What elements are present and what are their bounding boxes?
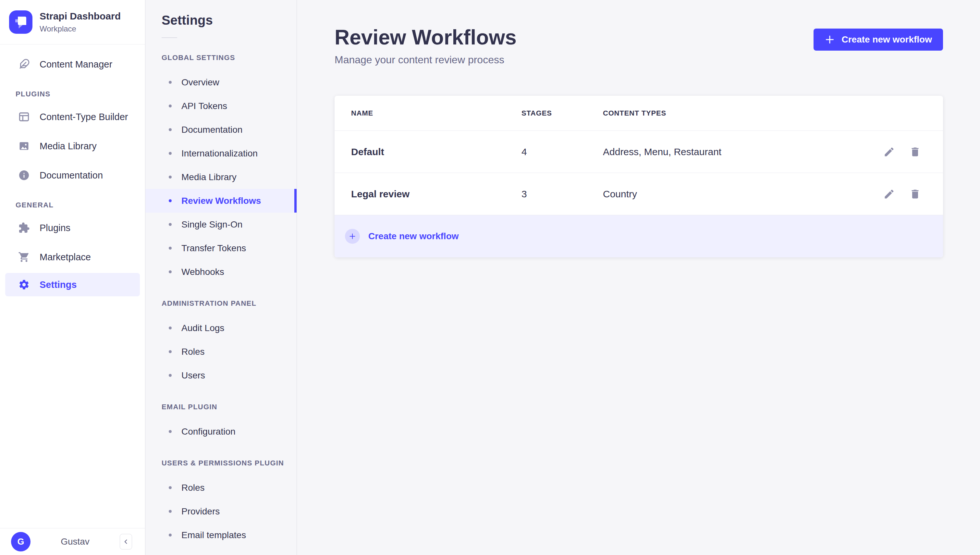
sidebar-item-media-library[interactable]: Media Library xyxy=(0,132,145,160)
sidebar-item-label: Settings xyxy=(40,279,77,290)
chevron-left-icon xyxy=(122,538,130,545)
sidebar-item-documentation[interactable]: Documentation xyxy=(0,160,145,190)
page-header: Review Workflows Manage your content rev… xyxy=(335,0,943,66)
table-row[interactable]: Default 4 Address, Menu, Restaurant xyxy=(335,131,943,173)
workspace-name: Workplace xyxy=(40,24,121,34)
sidebar-section-plugins: PLUGINS xyxy=(16,90,145,98)
subnav-group: Audit Logs Roles Users xyxy=(146,316,296,387)
create-workflow-button[interactable]: Create new workflow xyxy=(813,29,943,51)
pencil-icon xyxy=(883,188,895,200)
workflow-name: Default xyxy=(351,146,522,157)
main-content: Review Workflows Manage your content rev… xyxy=(297,0,980,555)
info-icon xyxy=(18,169,30,181)
subnav-group: Roles Providers Email templates Advanced… xyxy=(146,476,296,555)
subnav-item-overview[interactable]: Overview xyxy=(146,71,296,94)
sidebar-item-label: Documentation xyxy=(40,170,103,181)
subnav-item-users[interactable]: Users xyxy=(146,364,296,387)
subnav-item-documentation[interactable]: Documentation xyxy=(146,118,296,141)
sidebar-item-label: Plugins xyxy=(40,223,70,233)
subnav-title: Settings xyxy=(146,0,296,27)
subnav-item-webhooks[interactable]: Webhooks xyxy=(146,260,296,284)
sidebar-item-settings[interactable]: Settings xyxy=(5,273,140,296)
sidebar-item-label: Marketplace xyxy=(40,252,91,263)
workflow-stages: 4 xyxy=(522,146,603,157)
table-header-row: NAME STAGES CONTENT TYPES xyxy=(335,96,943,131)
subnav-item-advanced-settings[interactable]: Advanced settings xyxy=(146,547,296,555)
subnav-item-admin-roles[interactable]: Roles xyxy=(146,340,296,364)
subnav-item-transfer-tokens[interactable]: Transfer Tokens xyxy=(146,236,296,260)
workspace-text: Strapi Dashboard Workplace xyxy=(40,11,121,34)
sidebar-nav: Content Manager PLUGINS Content-Type Bui… xyxy=(0,45,145,298)
subnav-divider xyxy=(162,37,177,38)
page-subtitle: Manage your content review process xyxy=(335,54,517,66)
sidebar-section-general: GENERAL xyxy=(16,201,145,209)
gear-icon xyxy=(18,279,30,290)
subnav-section-users-permissions-plugin: USERS & PERMISSIONS PLUGIN xyxy=(162,459,296,467)
subnav-item-configuration[interactable]: Configuration xyxy=(146,420,296,443)
table-header-stages: STAGES xyxy=(522,109,603,117)
row-actions xyxy=(883,146,921,158)
workflow-content-types: Country xyxy=(603,189,883,200)
avatar[interactable]: G xyxy=(11,532,30,552)
sidebar: Strapi Dashboard Workplace Content Manag… xyxy=(0,0,146,555)
plus-icon xyxy=(825,34,835,45)
subnav-section-global-settings: GLOBAL SETTINGS xyxy=(162,53,296,62)
delete-button[interactable] xyxy=(909,146,921,158)
delete-button[interactable] xyxy=(909,188,921,200)
sidebar-item-content-manager[interactable]: Content Manager xyxy=(0,50,145,79)
trash-icon xyxy=(909,188,921,200)
table-row[interactable]: Legal review 3 Country xyxy=(335,173,943,215)
page-title: Review Workflows xyxy=(335,26,517,49)
subnav-item-up-roles[interactable]: Roles xyxy=(146,476,296,499)
workflow-content-types: Address, Menu, Restaurant xyxy=(603,146,883,157)
workflow-stages: 3 xyxy=(522,189,603,200)
subnav-section-administration-panel: ADMINISTRATION PANEL xyxy=(162,299,296,308)
table-header-name: NAME xyxy=(351,109,522,117)
sidebar-item-label: Media Library xyxy=(40,141,97,152)
layout-icon xyxy=(18,111,30,123)
subnav-item-providers[interactable]: Providers xyxy=(146,499,296,523)
page-header-text: Review Workflows Manage your content rev… xyxy=(335,26,517,66)
sidebar-item-plugins[interactable]: Plugins xyxy=(0,213,145,242)
feather-pen-icon xyxy=(18,58,30,70)
row-actions xyxy=(883,188,921,200)
strapi-logo-icon xyxy=(9,10,32,34)
cart-icon xyxy=(18,251,30,263)
subnav-item-api-tokens[interactable]: API Tokens xyxy=(146,94,296,118)
edit-button[interactable] xyxy=(883,146,895,158)
settings-subnav: Settings GLOBAL SETTINGS Overview API To… xyxy=(146,0,297,555)
subnav-item-media-library[interactable]: Media Library xyxy=(146,165,296,189)
subnav-group: Configuration xyxy=(146,420,296,443)
trash-icon xyxy=(909,146,921,158)
sidebar-footer: G Gustav xyxy=(0,528,145,555)
table-header-content-types: CONTENT TYPES xyxy=(603,109,883,117)
workflow-name: Legal review xyxy=(351,189,522,200)
plus-circle-icon xyxy=(345,229,360,244)
sidebar-item-label: Content Manager xyxy=(40,59,112,70)
collapse-sidebar-button[interactable] xyxy=(120,534,132,550)
app-root: Strapi Dashboard Workplace Content Manag… xyxy=(0,0,980,555)
pencil-icon xyxy=(883,146,895,158)
subnav-item-email-templates[interactable]: Email templates xyxy=(146,523,296,547)
subnav-item-review-workflows[interactable]: Review Workflows xyxy=(146,189,296,213)
edit-button[interactable] xyxy=(883,188,895,200)
sidebar-item-content-type-builder[interactable]: Content-Type Builder xyxy=(0,102,145,132)
subnav-item-internationalization[interactable]: Internationalization xyxy=(146,141,296,165)
username: Gustav xyxy=(30,536,120,547)
table-footer-create-workflow[interactable]: Create new workflow xyxy=(335,215,943,257)
workspace-header[interactable]: Strapi Dashboard Workplace xyxy=(0,0,145,45)
subnav-item-audit-logs[interactable]: Audit Logs xyxy=(146,316,296,340)
image-icon xyxy=(18,140,30,152)
app-title: Strapi Dashboard xyxy=(40,11,121,22)
puzzle-icon xyxy=(18,222,30,234)
subnav-group: Overview API Tokens Documentation Intern… xyxy=(146,71,296,284)
subnav-section-email-plugin: EMAIL PLUGIN xyxy=(162,403,296,411)
workflows-table: NAME STAGES CONTENT TYPES Default 4 Addr… xyxy=(335,96,943,257)
sidebar-item-marketplace[interactable]: Marketplace xyxy=(0,242,145,272)
table-footer-create-label: Create new workflow xyxy=(368,231,459,241)
create-workflow-button-label: Create new workflow xyxy=(841,34,932,45)
subnav-item-single-sign-on[interactable]: Single Sign-On xyxy=(146,213,296,236)
sidebar-item-label: Content-Type Builder xyxy=(40,112,128,122)
